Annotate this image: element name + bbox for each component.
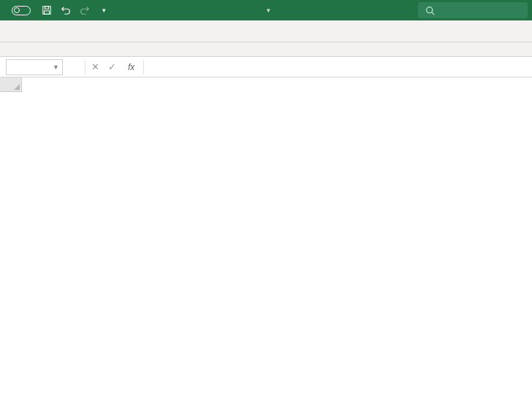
ribbon-body — [0, 42, 532, 57]
ribbon-tabs — [0, 20, 532, 42]
toggle-track[interactable] — [12, 6, 31, 15]
column-headers — [22, 77, 532, 92]
title-bar: ▾ ▾ — [0, 0, 532, 20]
worksheet-grid[interactable] — [0, 77, 532, 92]
autosave-toggle[interactable] — [0, 6, 37, 15]
document-title[interactable]: ▾ — [262, 7, 270, 14]
chevron-down-icon: ▼ — [53, 64, 59, 71]
search-input[interactable] — [418, 2, 528, 18]
quick-access-toolbar: ▾ — [37, 4, 110, 16]
chevron-down-icon: ▾ — [267, 7, 270, 14]
qat-customize-icon[interactable]: ▾ — [98, 4, 110, 16]
svg-rect-1 — [45, 7, 48, 9]
name-box[interactable]: ▼ — [6, 59, 63, 75]
save-icon[interactable] — [41, 4, 53, 16]
svg-rect-2 — [45, 11, 50, 14]
svg-point-3 — [427, 7, 433, 12]
formula-bar-row: ▼ ✕ ✓ fx — [0, 57, 532, 77]
svg-line-4 — [432, 12, 434, 14]
toggle-knob — [14, 7, 20, 13]
fx-icon[interactable]: fx — [121, 62, 142, 72]
enter-icon[interactable]: ✓ — [108, 61, 116, 72]
formula-bar-buttons: ✕ ✓ — [87, 61, 121, 72]
search-icon — [425, 6, 435, 15]
undo-icon[interactable] — [60, 4, 72, 16]
cancel-icon[interactable]: ✕ — [91, 61, 99, 72]
select-all-triangle[interactable] — [0, 77, 22, 92]
redo-icon[interactable] — [79, 4, 91, 16]
